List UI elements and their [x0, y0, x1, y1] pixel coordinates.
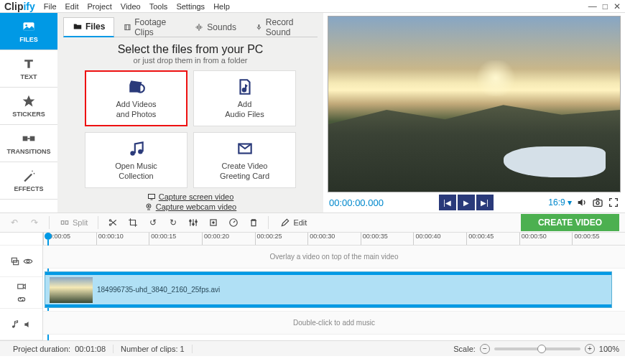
timeline-track-headers: [0, 233, 43, 340]
zoom-value: 100%: [599, 345, 619, 353]
svg-rect-20: [65, 221, 68, 225]
minimize-button[interactable]: —: [588, 1, 597, 11]
close-button[interactable]: ✕: [614, 1, 621, 11]
aspect-ratio[interactable]: 16:9 ▾: [548, 197, 572, 207]
tab-files[interactable]: Files: [63, 17, 114, 37]
menu-settings[interactable]: Settings: [176, 2, 205, 11]
overlay-track[interactable]: Overlay a video on top of the main video: [43, 246, 625, 269]
capture-screen-link[interactable]: Capture screen video: [147, 192, 234, 201]
sound-icon: [194, 22, 204, 32]
sidebar-item-files[interactable]: FILES: [0, 13, 57, 50]
stabilize-button[interactable]: [205, 215, 222, 230]
split-button[interactable]: Split: [55, 218, 92, 228]
playhead[interactable]: [45, 233, 52, 240]
zoom-control: Scale: − + 100%: [453, 344, 619, 354]
music-icon: [127, 139, 146, 158]
star-icon: [22, 94, 36, 108]
adjust-button[interactable]: [185, 215, 202, 230]
tab-sounds[interactable]: Sounds: [185, 17, 246, 37]
tab-footage[interactable]: Footage Clips: [114, 17, 185, 37]
create-greeting-card-button[interactable]: Create VideoGreeting Card: [193, 132, 296, 188]
capture-webcam-link[interactable]: Capture webcam video: [144, 202, 237, 211]
menu-project[interactable]: Project: [88, 2, 112, 11]
svg-point-31: [27, 260, 29, 263]
zoom-in-button[interactable]: +: [585, 344, 595, 354]
mic-icon: [255, 22, 263, 32]
pencil-icon: [280, 218, 290, 228]
overlay-track-header[interactable]: [0, 246, 42, 277]
status-bar: Project duration: 00:01:08 Number of cli…: [0, 340, 625, 356]
svg-rect-3: [30, 136, 35, 141]
fullscreen-icon[interactable]: [608, 197, 619, 208]
preview-pane: 00:00:00.000 |◀ ▶ ▶| 16:9 ▾: [323, 13, 625, 213]
delete-button[interactable]: [245, 215, 262, 230]
create-video-button[interactable]: CREATE VIDEO: [521, 214, 619, 231]
svg-rect-6: [125, 24, 130, 29]
music-track[interactable]: Double-click to add music: [43, 312, 625, 335]
link-icon[interactable]: [17, 294, 27, 304]
tab-record[interactable]: Record Sound: [246, 17, 318, 37]
menu-video[interactable]: Video: [121, 2, 141, 11]
preview-controls: 00:00:00.000 |◀ ▶ ▶| 16:9 ▾: [328, 192, 621, 213]
svg-point-18: [596, 202, 599, 205]
eye-icon[interactable]: [23, 256, 33, 266]
speed-button[interactable]: [225, 215, 242, 230]
sidebar-item-stickers[interactable]: STICKERS: [0, 88, 57, 125]
menu-file[interactable]: File: [44, 2, 57, 11]
timeline: 00:00:0500:00:1000:00:1500:00:2000:00:25…: [0, 233, 625, 340]
open-music-collection-button[interactable]: Open MusicCollection: [85, 132, 188, 188]
clapper-icon: [127, 78, 146, 96]
rotate-left-button[interactable]: ↺: [144, 215, 162, 230]
zoom-out-button[interactable]: −: [480, 344, 490, 354]
timeline-toolbar: ↶ ↷ Split ↺ ↻ Edit CREATE VIDEO: [0, 213, 625, 233]
svg-point-27: [213, 222, 214, 223]
menu-edit[interactable]: Edit: [65, 2, 79, 11]
image-icon: [22, 19, 36, 34]
wand-icon: [22, 169, 36, 183]
sidebar-item-transitions[interactable]: TRANSITIONS: [0, 125, 57, 162]
video-track-header[interactable]: [0, 277, 42, 309]
play-button[interactable]: ▶: [458, 195, 475, 210]
redo-button[interactable]: ↷: [26, 215, 43, 230]
menu-tools[interactable]: Tools: [149, 2, 168, 11]
stabilize-icon: [208, 218, 218, 228]
add-audio-files-button[interactable]: AddAudio Files: [193, 70, 296, 126]
sidebar-item-text[interactable]: TEXT: [0, 50, 57, 88]
timeline-ruler[interactable]: 00:00:0500:00:1000:00:1500:00:2000:00:25…: [43, 233, 625, 246]
volume-icon[interactable]: [576, 197, 588, 208]
menu-help[interactable]: Help: [213, 2, 230, 11]
text-icon: [22, 57, 36, 71]
speaker-icon[interactable]: [23, 319, 33, 330]
card-icon: [236, 139, 254, 158]
edit-button[interactable]: Edit: [274, 218, 312, 228]
screen-icon: [147, 192, 156, 201]
music-track-header[interactable]: [0, 309, 42, 340]
svg-rect-7: [258, 24, 259, 28]
video-clip[interactable]: 184996735-uhd_3840_2160_25fps.avi: [45, 271, 612, 308]
snapshot-icon[interactable]: [592, 197, 603, 208]
svg-rect-19: [61, 221, 64, 225]
note-icon: [10, 319, 20, 330]
rotate-right-button[interactable]: ↻: [165, 215, 182, 230]
svg-rect-14: [148, 195, 154, 199]
main-area: FILES TEXT STICKERS TRANSITIONS EFFECTS …: [0, 13, 625, 213]
maximize-button[interactable]: □: [603, 1, 608, 11]
preview-viewport[interactable]: [328, 16, 621, 192]
cut-button[interactable]: [104, 215, 121, 230]
svg-point-24: [193, 223, 194, 225]
crop-button[interactable]: [124, 215, 142, 230]
svg-point-25: [195, 221, 197, 223]
undo-button[interactable]: ↶: [6, 215, 23, 230]
main-menu: File Edit Project Video Tools Settings H…: [44, 2, 230, 11]
timeline-tracks[interactable]: 00:00:0500:00:1000:00:1500:00:2000:00:25…: [43, 233, 625, 340]
zoom-slider[interactable]: [494, 347, 580, 350]
split-icon: [60, 218, 70, 228]
sidebar-item-effects[interactable]: EFFECTS: [0, 162, 57, 200]
svg-point-22: [110, 224, 111, 225]
add-videos-photos-button[interactable]: Add Videosand Photos: [85, 70, 188, 126]
next-frame-button[interactable]: ▶|: [476, 195, 494, 210]
prev-frame-button[interactable]: |◀: [439, 195, 456, 210]
svg-point-23: [190, 220, 191, 222]
video-track[interactable]: 184996735-uhd_3840_2160_25fps.avi: [43, 269, 625, 312]
audio-file-icon: [236, 78, 254, 96]
